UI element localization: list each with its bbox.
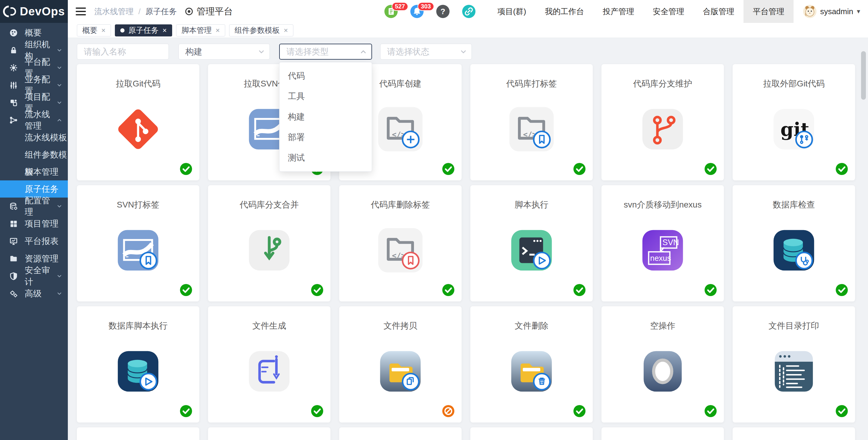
task-card-file-generate[interactable]: 文件生成: [208, 306, 331, 422]
task-card-pull-git-code[interactable]: 拉取Git代码: [77, 64, 199, 180]
branch-task-icon: [636, 103, 689, 156]
sidebar-item-label: 项目管理: [25, 218, 59, 230]
type-option-部署[interactable]: 部署: [279, 127, 372, 147]
chevron-up-icon: [56, 117, 62, 123]
status-enabled-badge: [835, 404, 848, 418]
sidebar: DevOps 概要组织机构平台配置业务配置项目配置流水线管理流水线模板组件参数模…: [0, 0, 68, 440]
status-enabled-icon: [573, 404, 586, 418]
task-card-title: 数据库脚本执行: [77, 320, 199, 332]
task-card-db-script-execute[interactable]: 数据库脚本执行: [77, 306, 199, 422]
task-card-noop[interactable]: 空操作: [601, 306, 724, 422]
task-card-stub-3[interactable]: [339, 427, 462, 440]
status-enabled-badge: [573, 404, 586, 418]
file-gen-task-icon: [243, 345, 296, 398]
task-card-stub-2[interactable]: [208, 427, 331, 440]
sidebar-subitem-pipeline-template[interactable]: 流水线模板: [0, 129, 68, 146]
task-card-stub-6[interactable]: [733, 427, 855, 440]
lock-icon: [9, 46, 18, 55]
sidebar-subitem-component-param-template[interactable]: 组件参数模板: [0, 146, 68, 163]
git-task-icon: [112, 103, 165, 156]
breadcrumb-level1[interactable]: 流水线管理: [94, 6, 133, 17]
name-search-input[interactable]: 请输入名称: [77, 44, 169, 60]
chevron-down-icon: [56, 47, 62, 53]
status-enabled-badge: [835, 283, 848, 297]
sidebar-item-security-audit[interactable]: 安全审计: [0, 267, 68, 285]
nav-item-projects[interactable]: 项目(群): [488, 0, 535, 23]
type-option-代码[interactable]: 代码: [279, 66, 372, 86]
type-option-工具[interactable]: 工具: [279, 86, 372, 107]
sidebar-subitem-script-mgmt[interactable]: 脚本管理: [0, 163, 68, 180]
hamburger-menu-icon[interactable]: [76, 7, 86, 15]
sidebar-item-config-mgmt[interactable]: 配置管理: [0, 198, 68, 215]
tab-component-param-template[interactable]: 组件参数模板×: [229, 24, 293, 36]
task-card-title: 代码库打标签: [470, 78, 593, 90]
scrollbar-thumb[interactable]: [861, 51, 866, 100]
task-card-file-copy[interactable]: 文件拷贝: [339, 306, 462, 422]
type-select-placeholder: 请选择类型: [286, 46, 329, 58]
close-icon[interactable]: ×: [162, 26, 167, 35]
close-icon[interactable]: ×: [284, 26, 288, 35]
status-enabled-badge: [311, 404, 324, 418]
nav-item-workbench[interactable]: 我的工作台: [535, 0, 593, 23]
nav-item-security[interactable]: 安全管理: [643, 0, 693, 23]
category-select[interactable]: 构建: [179, 44, 270, 60]
sidebar-item-label: 概要: [25, 27, 41, 39]
type-option-构建[interactable]: 构建: [279, 107, 372, 127]
task-card-repo-branch-merge[interactable]: 代码库分支合并: [208, 185, 331, 301]
link-button[interactable]: [462, 5, 475, 18]
status-select[interactable]: 请选择状态: [380, 44, 472, 60]
devops-logo-icon: [3, 5, 16, 18]
app-logo: DevOps: [0, 0, 68, 23]
type-option-测试[interactable]: 测试: [279, 147, 372, 168]
close-icon[interactable]: ×: [101, 26, 105, 35]
nav-item-version[interactable]: 合版管理: [693, 0, 743, 23]
task-card-repo-tag[interactable]: 代码库打标签</>: [470, 64, 593, 180]
status-enabled-icon: [311, 283, 324, 297]
tab-overview[interactable]: 概要×: [77, 24, 111, 36]
db-check-task-icon: [767, 224, 820, 277]
task-card-stub-5[interactable]: [601, 427, 724, 440]
task-card-title: 拉取Git代码: [77, 78, 199, 90]
status-enabled-badge: [311, 283, 324, 297]
task-card-repo-branch-maintain[interactable]: 代码库分支维护: [601, 64, 724, 180]
category-select-value: 构建: [185, 46, 202, 58]
task-card-title: svn介质移动到nexus: [601, 199, 724, 210]
task-card-svn-tag[interactable]: SVN打标签: [77, 185, 199, 301]
tab-atomic-task[interactable]: 原子任务×: [115, 24, 172, 36]
repo-create-task-icon: </>: [374, 103, 427, 156]
type-select[interactable]: 请选择类型: [279, 44, 372, 60]
help-button[interactable]: ?: [436, 5, 450, 18]
task-card-dir-print[interactable]: 文件目录打印: [733, 306, 855, 422]
status-enabled-icon: [179, 283, 193, 297]
sidebar-item-platform-report[interactable]: 平台报表: [0, 233, 68, 250]
notifications-badge: 303: [417, 2, 434, 11]
user-name: sysadmin: [820, 7, 853, 16]
nav-item-production[interactable]: 投产管理: [593, 0, 643, 23]
task-card-pull-external-git-code[interactable]: 拉取外部Git代码git: [733, 64, 855, 180]
tab-label: 概要: [82, 25, 97, 35]
task-card-svn-to-nexus[interactable]: svn介质移动到nexusSVNnexus: [601, 185, 724, 301]
app-logo-text: DevOps: [20, 5, 65, 18]
task-card-stub-1[interactable]: [77, 427, 199, 440]
shield-icon: [9, 272, 18, 281]
page-title-group: 管理平台: [185, 5, 233, 18]
task-card-script-execute[interactable]: 脚本执行: [470, 185, 593, 301]
task-card-db-check[interactable]: 数据库检查: [733, 185, 855, 301]
task-card-grid: 拉取Git代码拉取SVN代码代码库创建</>代码库打标签</>代码库分支维护拉取…: [77, 64, 855, 440]
notifications-button[interactable]: 303: [410, 5, 424, 18]
nav-item-platform[interactable]: 平台管理: [743, 0, 794, 23]
task-card-repo-tag-delete[interactable]: 代码库删除标签</>: [339, 185, 462, 301]
tab-script-mgmt[interactable]: 脚本管理×: [176, 24, 225, 36]
task-card-stub-4[interactable]: [470, 427, 593, 440]
header-right: 527 303 ?: [384, 0, 868, 23]
status-enabled-icon: [311, 404, 324, 418]
breadcrumb-level2: 原子任务: [145, 6, 177, 17]
status-disabled-icon: [442, 404, 455, 418]
sidebar-item-pipeline[interactable]: 流水线管理: [0, 111, 68, 129]
status-enabled-badge: [442, 162, 455, 176]
task-card-title: 文件目录打印: [733, 320, 855, 332]
report-doc-button[interactable]: 527: [384, 5, 398, 18]
user-menu[interactable]: sysadmin ▾: [794, 0, 868, 23]
task-card-file-delete[interactable]: 文件删除: [470, 306, 593, 422]
close-icon[interactable]: ×: [216, 26, 220, 35]
